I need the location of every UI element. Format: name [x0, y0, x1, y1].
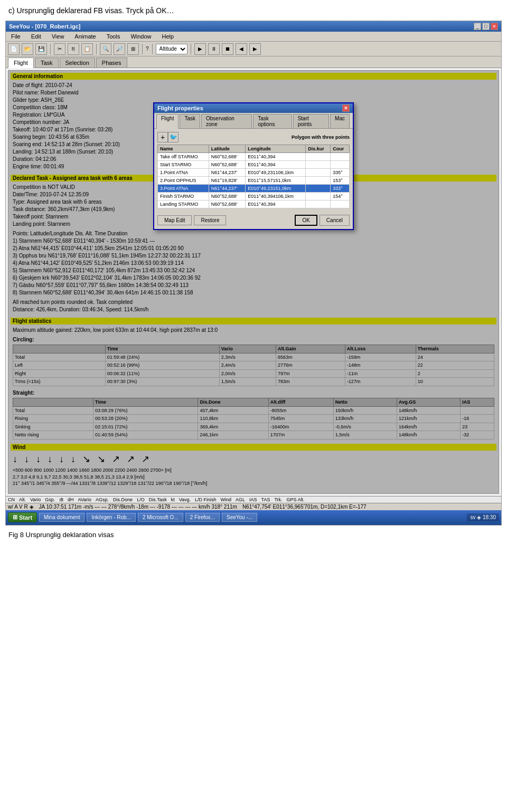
main-content: General information Date of flight: 2010… — [8, 70, 499, 494]
taskbar-item-2[interactable]: Inkörgen - Rob... — [87, 513, 135, 522]
bottom-data-row: CN Alt. Vario Gsp. dt dH AVario AGsp. Di… — [6, 496, 501, 503]
toolbar-stop[interactable]: ⏹ — [222, 43, 233, 55]
cell-lon: E011°40,394 — [246, 161, 306, 169]
tab-phases[interactable]: Phases — [96, 58, 127, 68]
menu-tools[interactable]: Tools — [104, 32, 124, 41]
data-ld: L/D Finish — [195, 497, 217, 502]
map-edit-button[interactable]: Map Edit — [157, 215, 192, 225]
modal-tab-mac[interactable]: Mac — [330, 114, 350, 128]
data-gps-alt: GPS Alt. — [287, 497, 305, 502]
modal-footer: Map Edit Restore OK Cancel — [154, 212, 353, 229]
ok-button[interactable]: OK — [295, 215, 317, 226]
start-icon: ⊞ — [13, 514, 17, 521]
col-name: Name — [158, 145, 209, 153]
data-dis-done: Dis.Done — [113, 497, 133, 502]
modal-grid: Name Latitude Longitude Dis.kur Cour Tak… — [157, 145, 350, 208]
toolbar-cut[interactable]: ✂ — [54, 43, 65, 55]
toolbar-save[interactable]: 💾 — [35, 43, 47, 55]
cell-dis — [306, 153, 331, 161]
restore-button[interactable]: Restore — [194, 215, 226, 225]
taskbar-item-1[interactable]: Mina dokument — [39, 513, 84, 522]
altitude-dropdown[interactable]: Altitude — [156, 44, 187, 54]
menu-help[interactable]: Help — [159, 32, 177, 41]
modal-bird-btn[interactable]: 🐦 — [168, 132, 179, 142]
menu-edit[interactable]: Edit — [28, 32, 44, 41]
modal-title: Flight properties — [157, 105, 203, 111]
modal-add-btn[interactable]: + — [157, 132, 168, 142]
modal-tab-start-points[interactable]: Start points — [293, 114, 329, 128]
tab-task[interactable]: Task — [35, 58, 59, 68]
cell-dis — [306, 161, 331, 169]
modal-tab-obs-zone[interactable]: Observation zone — [201, 114, 252, 128]
grid-row-finish[interactable]: Finish STARMO N60°52,688' E011°40,394106… — [158, 193, 350, 200]
menu-file[interactable]: File — [8, 32, 24, 41]
modal-toolbar: + 🐦 Polygon with three points — [157, 132, 350, 142]
grid-row-landing[interactable]: Landing STARMO N60°52,688' E011°40,394 — [158, 200, 350, 208]
cell-lon: E010°49,231106,1km — [246, 169, 306, 177]
toolbar-open[interactable]: 📂 — [22, 43, 33, 55]
menu-view[interactable]: View — [49, 32, 68, 41]
cell-cour — [331, 200, 350, 208]
cell-cour: 333° — [331, 185, 350, 193]
cell-cour: 335° — [331, 169, 350, 177]
modal-tab-task[interactable]: Task — [180, 114, 200, 128]
data-dt: dt — [59, 497, 63, 502]
toolbar-sep3 — [142, 44, 143, 54]
toolbar-prev[interactable]: ◀ — [236, 43, 247, 55]
toolbar-zoomout[interactable]: 🔎 — [114, 43, 125, 55]
toolbar-next[interactable]: ▶ — [249, 43, 261, 55]
page-header: c) Ursprunglig deklarerad FB visas. Tryc… — [0, 0, 507, 21]
tab-flight[interactable]: Flight — [8, 58, 34, 68]
cell-lat: N61°44,237' — [209, 169, 245, 177]
toolbar-sep5 — [191, 44, 191, 54]
cancel-button[interactable]: Cancel — [320, 215, 350, 226]
toolbar-copy[interactable]: ⎘ — [68, 43, 79, 55]
modal-overlay: Flight properties ✕ Flight Task Observat… — [8, 71, 499, 493]
menu-window[interactable]: Window — [127, 32, 154, 41]
toolbar-new[interactable]: 📄 — [8, 43, 20, 55]
status-coords: N61°47,754' E011°36,965'701m, D=102,1km … — [242, 504, 367, 510]
maximize-button[interactable]: □ — [482, 23, 490, 30]
cell-lon: E011°15,57151,0km — [246, 177, 306, 185]
toolbar-fit[interactable]: ⊞ — [127, 43, 139, 55]
cell-cour: 154° — [331, 193, 350, 200]
taskbar-item-4[interactable]: 2 Firefox... — [185, 513, 220, 522]
header-text: c) Ursprunglig deklarerad FB visas. Tryc… — [8, 6, 174, 15]
modal-tabbar: Flight Task Observation zone Task option… — [154, 113, 353, 129]
data-ias: IAS — [249, 497, 257, 502]
toolbar-zoomin[interactable]: 🔍 — [100, 43, 111, 55]
cell-name: Landing STARMO — [158, 200, 209, 208]
polygon-label: Polygon with three points — [292, 135, 350, 140]
cell-lon: E011°40,394 — [246, 153, 306, 161]
grid-row-takeoff[interactable]: Take off STARMO N60°52,688' E011°40,394 — [158, 153, 350, 161]
cell-lon: E011°40,394 — [246, 200, 306, 208]
window-titlebar: SeeYou - [070_Robert.igc] _ □ ✕ — [6, 21, 501, 32]
tab-selection[interactable]: Selection — [60, 58, 95, 68]
close-button[interactable]: ✕ — [491, 23, 498, 30]
cell-cour: 153° — [331, 177, 350, 185]
clock-time: 18:30 — [483, 514, 496, 520]
figure-caption-area: Fig 8 Ursprunglig deklaration visas — [0, 526, 507, 544]
cell-dis — [306, 200, 331, 208]
grid-row-1atna[interactable]: 1.Point ATNA N61°44,237' E010°49,231106,… — [158, 169, 350, 177]
menubar: File Edit View Animate Tools Window Help — [6, 32, 501, 42]
cell-name: 3.Point ATNA — [158, 185, 209, 193]
grid-row-3atna[interactable]: 3.Point ATNA N61°44,237' E010°49,23151,0… — [158, 185, 350, 193]
taskbar-item-3[interactable]: 2 Microsoft O... — [138, 513, 183, 522]
cell-cour — [331, 153, 350, 161]
data-tas: TAS — [261, 497, 270, 502]
toolbar-pause[interactable]: ⏸ — [208, 43, 220, 55]
col-dis-kur: Dis.kur — [306, 145, 331, 153]
modal-tab-task-options[interactable]: Task options — [253, 114, 292, 128]
grid-row-2opphus[interactable]: 2.Point OPPHUS N61°19,828' E011°15,57151… — [158, 177, 350, 185]
modal-close-button[interactable]: ✕ — [342, 104, 350, 112]
menu-animate[interactable]: Animate — [71, 32, 99, 41]
toolbar-play[interactable]: ▶ — [194, 43, 206, 55]
data-cn: CN — [8, 497, 15, 502]
toolbar-paste[interactable]: 📋 — [81, 43, 93, 55]
grid-row-start[interactable]: Start STARMO N60°52,688' E011°40,394 — [158, 161, 350, 169]
taskbar-item-5[interactable]: SeeYou -... — [222, 513, 257, 522]
minimize-button[interactable]: _ — [474, 23, 481, 30]
modal-tab-flight[interactable]: Flight — [156, 114, 179, 129]
start-button[interactable]: ⊞ Start — [8, 512, 37, 522]
